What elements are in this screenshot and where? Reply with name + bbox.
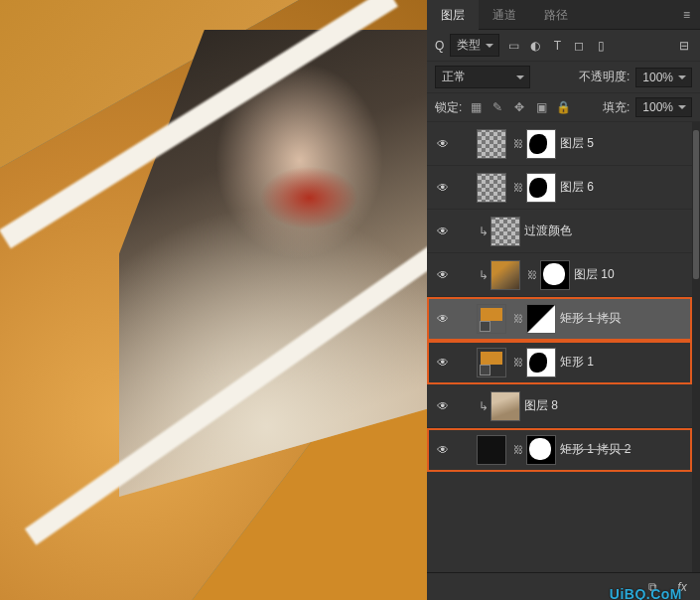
visibility-toggle[interactable]: 👁 (427, 356, 459, 370)
fill-value[interactable]: 100% (635, 97, 692, 117)
opacity-label: 不透明度: (579, 69, 630, 85)
layers-list: 👁⛓图层 5👁⛓图层 6👁↳过渡颜色👁↳⛓图层 10👁⛓矩形 1 拷贝👁⛓矩形 … (427, 122, 700, 572)
layer-row[interactable]: 👁↳图层 8 (427, 384, 692, 428)
lock-artboard-icon[interactable]: ▣ (533, 99, 549, 115)
layer-mask-thumbnail[interactable] (540, 260, 570, 290)
filter-smart-icon[interactable]: ▯ (593, 38, 609, 54)
layer-name[interactable]: 图层 6 (560, 179, 594, 196)
layer-name[interactable]: 过渡颜色 (524, 223, 572, 239)
layer-name[interactable]: 图层 10 (574, 266, 615, 283)
layer-thumbnail[interactable] (477, 348, 506, 377)
lock-label: 锁定: (435, 99, 462, 116)
opacity-value[interactable]: 100% (635, 68, 692, 87)
layer-name[interactable]: 图层 5 (560, 135, 594, 152)
scrollbar-thumb[interactable] (693, 130, 699, 279)
visibility-toggle[interactable]: 👁 (427, 181, 459, 195)
panel-menu-icon[interactable]: ≡ (673, 8, 700, 22)
blend-row: 正常 不透明度: 100% (427, 62, 700, 93)
clip-indicator-icon: ↳ (477, 399, 490, 413)
panel-tabs: 图层 通道 路径 ≡ (427, 0, 700, 30)
layer-thumbnail[interactable] (490, 260, 520, 290)
layer-thumbnail[interactable] (490, 217, 520, 246)
lock-all-icon[interactable]: 🔒 (555, 99, 571, 115)
visibility-toggle[interactable]: 👁 (427, 225, 459, 238)
layer-thumbnail[interactable] (477, 435, 506, 465)
layer-thumbnail[interactable] (477, 129, 506, 159)
filter-type-icon[interactable]: T (549, 38, 565, 54)
filter-type-select[interactable]: 类型 (450, 34, 499, 57)
layer-thumbnail[interactable] (490, 391, 520, 421)
lock-position-icon[interactable]: ✥ (511, 99, 527, 115)
clip-indicator-icon: ↳ (477, 268, 490, 282)
layer-name[interactable]: 图层 8 (524, 397, 558, 414)
watermark: UiBQ.CoM (610, 586, 682, 600)
visibility-toggle[interactable]: 👁 (427, 399, 459, 413)
layer-row[interactable]: 👁↳⛓图层 10 (427, 253, 692, 297)
link-icon[interactable]: ⛓ (512, 444, 524, 455)
fill-label: 填充: (603, 99, 630, 116)
link-icon[interactable]: ⛓ (512, 357, 524, 368)
layer-name[interactable]: 矩形 1 (560, 354, 594, 371)
layer-thumbnail[interactable] (477, 173, 506, 203)
filter-row: Q 类型 ▭ ◐ T ◻ ▯ ⊟ (427, 30, 700, 62)
layer-mask-thumbnail[interactable] (526, 173, 556, 203)
blend-mode-select[interactable]: 正常 (435, 66, 530, 88)
clip-indicator-icon: ↳ (477, 225, 490, 238)
layer-thumbnail[interactable] (477, 304, 506, 334)
lock-pixels-icon[interactable]: ▦ (468, 99, 484, 115)
layer-row[interactable]: 👁⛓图层 6 (427, 166, 692, 210)
tab-paths[interactable]: 路径 (530, 0, 582, 30)
layer-mask-thumbnail[interactable] (526, 348, 556, 377)
layer-row[interactable]: 👁↳过渡颜色 (427, 210, 692, 253)
link-icon[interactable]: ⛓ (512, 138, 524, 149)
filter-shape-icon[interactable]: ◻ (571, 38, 587, 54)
lock-brush-icon[interactable]: ✎ (490, 99, 505, 115)
link-icon[interactable]: ⛓ (512, 313, 524, 324)
filter-toggle-icon[interactable]: ⊟ (676, 38, 692, 54)
layer-row[interactable]: 👁⛓图层 5 (427, 122, 692, 166)
visibility-toggle[interactable]: 👁 (427, 312, 459, 326)
document-canvas[interactable] (0, 0, 427, 600)
layer-row[interactable]: 👁⛓矩形 1 拷贝 2 (427, 428, 692, 472)
tab-channels[interactable]: 通道 (479, 0, 530, 30)
layer-mask-thumbnail[interactable] (526, 435, 556, 465)
filter-image-icon[interactable]: ▭ (505, 38, 521, 54)
layer-mask-thumbnail[interactable] (526, 304, 556, 334)
visibility-toggle[interactable]: 👁 (427, 443, 459, 457)
layer-mask-thumbnail[interactable] (526, 129, 556, 159)
filter-prefix: Q (435, 39, 444, 53)
layer-name[interactable]: 矩形 1 拷贝 (560, 310, 621, 327)
layer-name[interactable]: 矩形 1 拷贝 2 (560, 441, 630, 458)
layer-row[interactable]: 👁⛓矩形 1 拷贝 (427, 297, 692, 341)
layers-panel: 图层 通道 路径 ≡ Q 类型 ▭ ◐ T ◻ ▯ ⊟ 正常 不透明度: 100… (427, 0, 700, 600)
lock-row: 锁定: ▦ ✎ ✥ ▣ 🔒 填充: 100% (427, 93, 700, 122)
tab-layers[interactable]: 图层 (427, 0, 479, 30)
link-icon[interactable]: ⛓ (512, 182, 524, 193)
visibility-toggle[interactable]: 👁 (427, 137, 459, 151)
link-icon[interactable]: ⛓ (526, 269, 538, 280)
layers-scrollbar[interactable] (692, 122, 700, 572)
visibility-toggle[interactable]: 👁 (427, 268, 459, 282)
filter-adjust-icon[interactable]: ◐ (527, 38, 543, 54)
layer-row[interactable]: 👁⛓矩形 1 (427, 341, 692, 384)
